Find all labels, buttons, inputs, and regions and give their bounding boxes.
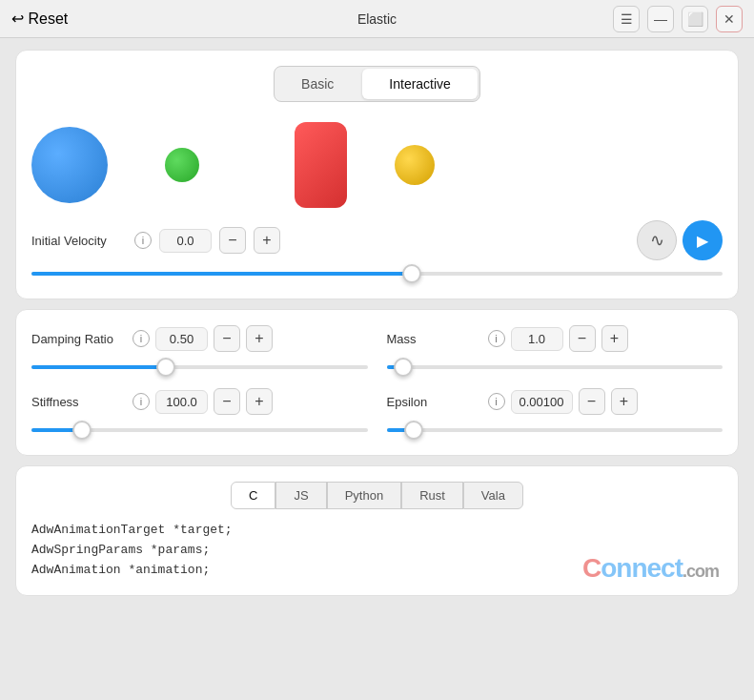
wave-icon: ∿ xyxy=(650,230,664,251)
slider-track xyxy=(387,428,723,432)
window-title: Elastic xyxy=(357,11,397,27)
stiffness-decrement[interactable]: − xyxy=(214,388,240,415)
reset-button[interactable]: ↩ Reset xyxy=(11,10,68,28)
parameters-card: Damping Ratio i 0.50 − + Mass i xyxy=(15,309,739,456)
initial-velocity-decrement[interactable]: − xyxy=(219,227,246,254)
tab-basic[interactable]: Basic xyxy=(275,67,360,101)
play-icon: ▶ xyxy=(697,232,708,250)
stiffness-block: Stiffness i 100.0 − + xyxy=(31,388,368,440)
slider-thumb[interactable] xyxy=(72,421,92,440)
slider-fill xyxy=(31,272,412,276)
watermark-text: Connect.com xyxy=(582,553,719,583)
yellow-ball xyxy=(395,145,435,185)
tab-group: Basic Interactive xyxy=(274,66,480,102)
initial-velocity-slider[interactable] xyxy=(31,264,723,283)
initial-velocity-increment[interactable]: + xyxy=(254,227,280,254)
mass-header: Mass i 1.0 − + xyxy=(387,325,723,352)
code-card: CJSPythonRustVala AdwAnimationTarget *ta… xyxy=(15,465,739,596)
epsilon-block: Epsilon i 0.00100 − + xyxy=(387,388,723,440)
initial-velocity-row: Initial Velocity i 0.0 − + ∿ ▶ xyxy=(31,220,723,260)
menu-button[interactable]: ☰ xyxy=(613,6,640,32)
minimize-icon: — xyxy=(654,11,667,27)
titlebar: ↩ Reset Elastic ☰ — ⬜ ✕ xyxy=(0,0,754,38)
main-content: Basic Interactive Initial Velocity i 0.0… xyxy=(0,38,754,607)
slider-track xyxy=(31,428,368,432)
code-line: AdwAnimationTarget *target; xyxy=(31,521,723,541)
damping-ratio-decrement[interactable]: − xyxy=(214,325,240,352)
stiffness-label: Stiffness xyxy=(31,395,127,409)
close-button[interactable]: ✕ xyxy=(716,6,743,32)
window-controls: ☰ — ⬜ ✕ xyxy=(613,6,743,32)
red-rectangle xyxy=(295,122,347,208)
code-tabs: CJSPythonRustVala xyxy=(31,482,723,509)
damping-ratio-block: Damping Ratio i 0.50 − + xyxy=(31,325,368,377)
damping-ratio-label: Damping Ratio xyxy=(31,332,127,346)
damping-ratio-increment[interactable]: + xyxy=(246,325,273,352)
menu-icon: ☰ xyxy=(621,11,633,27)
stiffness-info-icon[interactable]: i xyxy=(132,393,150,410)
epsilon-label: Epsilon xyxy=(387,395,482,409)
stiffness-slider[interactable] xyxy=(31,421,368,440)
epsilon-increment[interactable]: + xyxy=(611,388,638,415)
initial-velocity-value: 0.0 xyxy=(159,229,212,253)
blue-ball xyxy=(31,127,108,203)
stiffness-value: 100.0 xyxy=(155,390,208,414)
preview-area xyxy=(31,117,723,213)
minimize-button[interactable]: — xyxy=(647,6,674,32)
code-tab-js[interactable]: JS xyxy=(275,482,326,509)
epsilon-decrement[interactable]: − xyxy=(579,388,605,415)
initial-velocity-info-icon[interactable]: i xyxy=(134,232,152,249)
slider-track xyxy=(31,365,368,369)
slider-fill xyxy=(31,365,166,369)
reset-label: ↩ Reset xyxy=(11,10,68,28)
green-ball xyxy=(165,148,199,182)
mass-value: 1.0 xyxy=(511,327,563,351)
epsilon-info-icon[interactable]: i xyxy=(488,393,505,410)
epsilon-value: 0.00100 xyxy=(511,390,573,414)
mass-label: Mass xyxy=(387,332,482,346)
tab-interactive[interactable]: Interactive xyxy=(362,69,478,99)
stiffness-increment[interactable]: + xyxy=(246,388,273,415)
mass-decrement[interactable]: − xyxy=(569,325,596,352)
play-button[interactable]: ▶ xyxy=(683,220,723,260)
maximize-button[interactable]: ⬜ xyxy=(682,6,708,32)
code-tab-rust[interactable]: Rust xyxy=(401,482,463,509)
tab-switcher: Basic Interactive xyxy=(31,66,723,102)
stiffness-header: Stiffness i 100.0 − + xyxy=(31,388,368,415)
slider-thumb[interactable] xyxy=(402,264,421,283)
slider-thumb[interactable] xyxy=(404,421,423,440)
slider-thumb[interactable] xyxy=(394,358,413,377)
epsilon-header: Epsilon i 0.00100 − + xyxy=(387,388,723,415)
slider-thumb[interactable] xyxy=(156,358,175,377)
preview-card: Basic Interactive Initial Velocity i 0.0… xyxy=(15,50,739,299)
slider-track xyxy=(387,365,723,369)
playback-controls: ∿ ▶ xyxy=(637,220,723,260)
epsilon-slider[interactable] xyxy=(387,421,723,440)
code-tab-c[interactable]: C xyxy=(231,482,275,509)
code-tab-python[interactable]: Python xyxy=(327,482,401,509)
mass-block: Mass i 1.0 − + xyxy=(387,325,723,377)
wave-button[interactable]: ∿ xyxy=(637,220,677,260)
mass-slider[interactable] xyxy=(387,358,723,377)
damping-ratio-info-icon[interactable]: i xyxy=(132,330,150,347)
damping-ratio-slider[interactable] xyxy=(31,358,368,377)
controls-grid: Damping Ratio i 0.50 − + Mass i xyxy=(31,325,723,440)
slider-track xyxy=(31,272,723,276)
code-tab-vala[interactable]: Vala xyxy=(463,482,523,509)
damping-ratio-value: 0.50 xyxy=(155,327,208,351)
watermark: Connect.com xyxy=(582,553,719,584)
mass-increment[interactable]: + xyxy=(601,325,628,352)
mass-info-icon[interactable]: i xyxy=(488,330,505,347)
damping-ratio-header: Damping Ratio i 0.50 − + xyxy=(31,325,368,352)
close-icon: ✕ xyxy=(723,11,735,27)
maximize-icon: ⬜ xyxy=(687,11,703,27)
initial-velocity-label: Initial Velocity xyxy=(31,234,127,248)
